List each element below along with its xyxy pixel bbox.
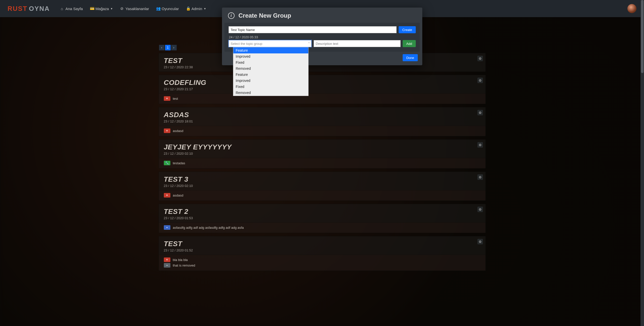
dropdown-option[interactable]: Removed: [233, 90, 308, 96]
modal-title: Create New Group: [239, 12, 291, 19]
modal-timestamp: 24 / 12 / 2020 05:33: [229, 35, 416, 39]
info-icon: i: [228, 12, 235, 19]
topic-name-input[interactable]: [229, 26, 397, 33]
dropdown-option[interactable]: Improved: [233, 53, 308, 59]
add-button[interactable]: Add: [403, 40, 415, 47]
create-button[interactable]: Create: [399, 26, 415, 33]
modal-backdrop: i Create New Group Create 24 / 12 / 2020…: [0, 0, 644, 326]
modal-header: i Create New Group: [222, 8, 422, 23]
topic-group-combo[interactable]: Select the topic group ˄: [229, 40, 312, 47]
dropdown-option[interactable]: Feature: [233, 47, 308, 53]
modal-body: Create 24 / 12 / 2020 05:33 Select the t…: [224, 23, 420, 52]
topic-group-dropdown: FeatureImprovedFixedRemovedFeatureImprov…: [233, 47, 309, 96]
dropdown-option[interactable]: Fixed: [233, 59, 308, 66]
description-input[interactable]: [314, 40, 401, 47]
chevron-up-icon: ˄: [308, 42, 310, 45]
dropdown-option[interactable]: Removed: [233, 66, 308, 72]
combo-placeholder: Select the topic group: [231, 42, 262, 46]
done-button[interactable]: Done: [403, 54, 418, 61]
topic-group-combo-wrap: Select the topic group ˄ FeatureImproved…: [229, 40, 312, 47]
create-group-modal: i Create New Group Create 24 / 12 / 2020…: [222, 8, 422, 65]
dropdown-option[interactable]: Improved: [233, 78, 308, 84]
dropdown-option[interactable]: Fixed: [233, 84, 308, 90]
dropdown-option[interactable]: Feature: [233, 72, 308, 78]
